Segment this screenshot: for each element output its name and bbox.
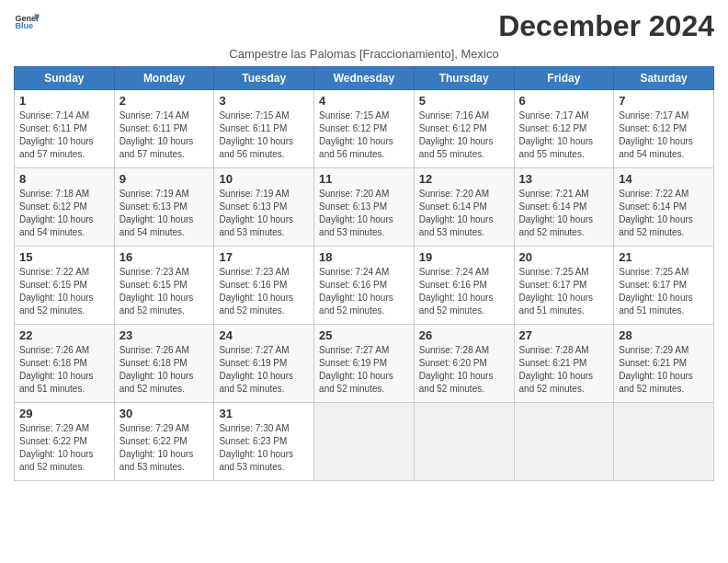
calendar-cell: 28 Sunrise: 7:29 AMSunset: 6:21 PMDaylig… — [614, 325, 714, 403]
day-info: Sunrise: 7:17 AMSunset: 6:12 PMDaylight:… — [619, 110, 693, 159]
day-number: 2 — [119, 94, 210, 108]
day-info: Sunrise: 7:25 AMSunset: 6:17 PMDaylight:… — [619, 267, 693, 316]
day-number: 23 — [119, 328, 210, 342]
calendar-cell: 31 Sunrise: 7:30 AMSunset: 6:23 PMDaylig… — [214, 403, 314, 481]
day-info: Sunrise: 7:20 AMSunset: 6:14 PMDaylight:… — [419, 189, 494, 237]
calendar-cell: 15 Sunrise: 7:22 AMSunset: 6:15 PMDaylig… — [15, 247, 115, 325]
day-number: 1 — [19, 94, 109, 108]
day-info: Sunrise: 7:27 AMSunset: 6:19 PMDaylight:… — [319, 345, 393, 394]
day-info: Sunrise: 7:22 AMSunset: 6:14 PMDaylight:… — [619, 189, 693, 237]
calendar-cell: 3 Sunrise: 7:15 AMSunset: 6:11 PMDayligh… — [214, 90, 314, 168]
day-info: Sunrise: 7:27 AMSunset: 6:19 PMDaylight:… — [219, 345, 293, 394]
calendar-cell: 24 Sunrise: 7:27 AMSunset: 6:19 PMDaylig… — [214, 325, 314, 403]
day-number: 18 — [319, 250, 409, 264]
day-info: Sunrise: 7:19 AMSunset: 6:13 PMDaylight:… — [119, 189, 194, 237]
calendar-cell — [614, 403, 714, 481]
day-number: 12 — [419, 172, 509, 186]
day-header-monday: Monday — [114, 67, 214, 90]
calendar-cell — [314, 403, 415, 481]
day-number: 13 — [519, 172, 609, 186]
calendar-cell: 9 Sunrise: 7:19 AMSunset: 6:13 PMDayligh… — [114, 168, 214, 247]
calendar-cell: 7 Sunrise: 7:17 AMSunset: 6:12 PMDayligh… — [614, 90, 714, 168]
day-number: 24 — [219, 328, 309, 342]
logo: General Blue — [14, 9, 40, 35]
day-header-friday: Friday — [514, 67, 614, 90]
day-info: Sunrise: 7:19 AMSunset: 6:13 PMDaylight:… — [219, 189, 293, 237]
day-number: 11 — [319, 172, 409, 186]
day-number: 6 — [519, 94, 609, 108]
day-number: 21 — [619, 250, 709, 264]
day-info: Sunrise: 7:22 AMSunset: 6:15 PMDaylight:… — [19, 267, 94, 316]
day-info: Sunrise: 7:14 AMSunset: 6:11 PMDaylight:… — [19, 110, 94, 159]
day-number: 9 — [119, 172, 210, 186]
day-info: Sunrise: 7:16 AMSunset: 6:12 PMDaylight:… — [419, 110, 494, 159]
calendar-table: SundayMondayTuesdayWednesdayThursdayFrid… — [14, 66, 714, 481]
calendar-cell: 20 Sunrise: 7:25 AMSunset: 6:17 PMDaylig… — [514, 247, 614, 325]
day-info: Sunrise: 7:30 AMSunset: 6:23 PMDaylight:… — [219, 423, 293, 472]
month-title: December 2024 — [498, 9, 714, 43]
day-number: 10 — [219, 172, 309, 186]
logo-icon: General Blue — [14, 9, 40, 35]
calendar-cell: 29 Sunrise: 7:29 AMSunset: 6:22 PMDaylig… — [15, 403, 115, 481]
calendar-cell: 27 Sunrise: 7:28 AMSunset: 6:21 PMDaylig… — [514, 325, 614, 403]
calendar-cell: 30 Sunrise: 7:29 AMSunset: 6:22 PMDaylig… — [114, 403, 214, 481]
day-info: Sunrise: 7:29 AMSunset: 6:22 PMDaylight:… — [19, 423, 94, 472]
day-number: 30 — [119, 407, 210, 420]
day-header-saturday: Saturday — [614, 67, 714, 90]
day-info: Sunrise: 7:21 AMSunset: 6:14 PMDaylight:… — [519, 189, 594, 237]
calendar-cell: 13 Sunrise: 7:21 AMSunset: 6:14 PMDaylig… — [514, 168, 614, 247]
calendar-cell: 11 Sunrise: 7:20 AMSunset: 6:13 PMDaylig… — [314, 168, 415, 247]
day-number: 4 — [319, 94, 409, 108]
calendar-cell: 8 Sunrise: 7:18 AMSunset: 6:12 PMDayligh… — [15, 168, 115, 247]
day-info: Sunrise: 7:14 AMSunset: 6:11 PMDaylight:… — [119, 110, 194, 159]
calendar-cell — [514, 403, 614, 481]
day-number: 14 — [619, 172, 709, 186]
day-info: Sunrise: 7:28 AMSunset: 6:21 PMDaylight:… — [519, 345, 594, 394]
calendar-cell — [414, 403, 514, 481]
day-header-sunday: Sunday — [15, 67, 115, 90]
calendar-cell: 26 Sunrise: 7:28 AMSunset: 6:20 PMDaylig… — [414, 325, 514, 403]
day-info: Sunrise: 7:24 AMSunset: 6:16 PMDaylight:… — [319, 267, 393, 316]
calendar-cell: 10 Sunrise: 7:19 AMSunset: 6:13 PMDaylig… — [214, 168, 314, 247]
calendar-cell: 1 Sunrise: 7:14 AMSunset: 6:11 PMDayligh… — [15, 90, 115, 168]
calendar-cell: 21 Sunrise: 7:25 AMSunset: 6:17 PMDaylig… — [614, 247, 714, 325]
day-info: Sunrise: 7:29 AMSunset: 6:22 PMDaylight:… — [119, 423, 194, 472]
calendar-cell: 5 Sunrise: 7:16 AMSunset: 6:12 PMDayligh… — [414, 90, 514, 168]
calendar-cell: 18 Sunrise: 7:24 AMSunset: 6:16 PMDaylig… — [314, 247, 415, 325]
day-number: 29 — [19, 407, 109, 420]
calendar-cell: 25 Sunrise: 7:27 AMSunset: 6:19 PMDaylig… — [314, 325, 415, 403]
svg-text:Blue: Blue — [15, 21, 33, 30]
day-info: Sunrise: 7:23 AMSunset: 6:15 PMDaylight:… — [119, 267, 194, 316]
day-info: Sunrise: 7:15 AMSunset: 6:11 PMDaylight:… — [219, 110, 293, 159]
calendar-cell: 22 Sunrise: 7:26 AMSunset: 6:18 PMDaylig… — [15, 325, 115, 403]
calendar-cell: 12 Sunrise: 7:20 AMSunset: 6:14 PMDaylig… — [414, 168, 514, 247]
day-number: 19 — [419, 250, 509, 264]
day-number: 20 — [519, 250, 609, 264]
day-number: 8 — [19, 172, 109, 186]
subtitle: Campestre las Palomas [Fraccionamiento],… — [14, 47, 714, 61]
calendar-cell: 16 Sunrise: 7:23 AMSunset: 6:15 PMDaylig… — [114, 247, 214, 325]
day-number: 17 — [219, 250, 309, 264]
calendar-cell: 19 Sunrise: 7:24 AMSunset: 6:16 PMDaylig… — [414, 247, 514, 325]
day-number: 16 — [119, 250, 210, 264]
calendar-cell: 23 Sunrise: 7:26 AMSunset: 6:18 PMDaylig… — [114, 325, 214, 403]
day-header-wednesday: Wednesday — [314, 67, 415, 90]
day-info: Sunrise: 7:29 AMSunset: 6:21 PMDaylight:… — [619, 345, 693, 394]
day-number: 22 — [19, 328, 109, 342]
calendar-cell: 6 Sunrise: 7:17 AMSunset: 6:12 PMDayligh… — [514, 90, 614, 168]
day-info: Sunrise: 7:18 AMSunset: 6:12 PMDaylight:… — [19, 189, 94, 237]
day-info: Sunrise: 7:23 AMSunset: 6:16 PMDaylight:… — [219, 267, 293, 316]
day-number: 25 — [319, 328, 409, 342]
day-info: Sunrise: 7:24 AMSunset: 6:16 PMDaylight:… — [419, 267, 494, 316]
day-number: 7 — [619, 94, 709, 108]
calendar-cell: 2 Sunrise: 7:14 AMSunset: 6:11 PMDayligh… — [114, 90, 214, 168]
day-info: Sunrise: 7:15 AMSunset: 6:12 PMDaylight:… — [319, 110, 393, 159]
day-header-thursday: Thursday — [414, 67, 514, 90]
day-info: Sunrise: 7:28 AMSunset: 6:20 PMDaylight:… — [419, 345, 494, 394]
day-number: 5 — [419, 94, 509, 108]
day-number: 31 — [219, 407, 309, 420]
calendar-cell: 17 Sunrise: 7:23 AMSunset: 6:16 PMDaylig… — [214, 247, 314, 325]
day-number: 26 — [419, 328, 509, 342]
day-info: Sunrise: 7:26 AMSunset: 6:18 PMDaylight:… — [19, 345, 94, 394]
day-number: 27 — [519, 328, 609, 342]
